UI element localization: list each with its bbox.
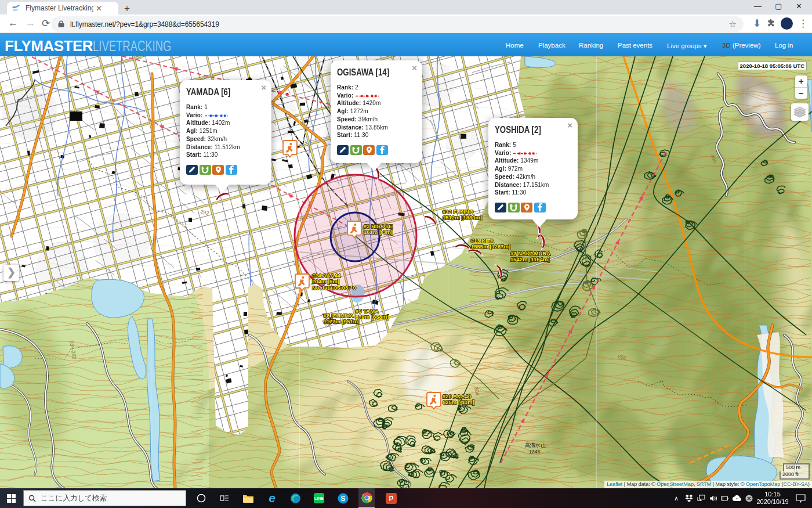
svg-text:S: S (340, 495, 345, 503)
svg-text:LINE: LINE (314, 496, 324, 500)
svg-text:1145: 1145 (529, 449, 541, 455)
svg-text:#7 NAKAMURA1542m [1164m]: #7 NAKAMURA1542m [1164m] (510, 250, 550, 262)
svg-text:#3 HIROSE161m [-3m]: #3 HIROSE161m [-3m] (364, 223, 393, 235)
svg-text:P: P (389, 495, 393, 503)
svg-text:#20 A&A40625m [-11m]: #20 A&A40625m [-11m] (443, 393, 474, 405)
svg-text:高溝水山: 高溝水山 (525, 442, 546, 448)
